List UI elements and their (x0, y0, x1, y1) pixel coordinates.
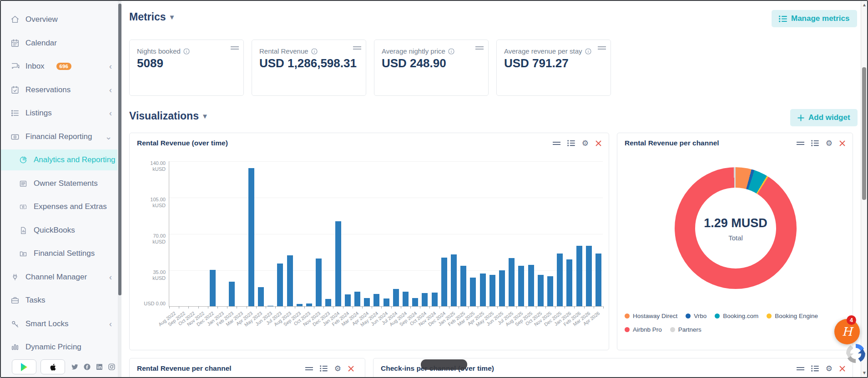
info-icon[interactable] (585, 48, 591, 55)
bar-Dec-2023[interactable] (325, 299, 331, 306)
scroll-up-arrow[interactable]: ▲ (862, 3, 867, 7)
sidebar-item-quickbooks[interactable]: QuickBooks (1, 220, 117, 241)
bar-Feb-2024[interactable] (345, 294, 351, 306)
bar-Jul-2025[interactable] (509, 258, 515, 306)
sidebar-item-listings[interactable]: Listings‹ (1, 103, 117, 124)
bar-Oct-2023[interactable] (306, 303, 312, 306)
bar-Jun-2025[interactable] (499, 270, 505, 306)
bar-Oct-2025[interactable] (538, 275, 544, 306)
sidebar-item-analytics-and-reporting[interactable]: Analytics and Reporting (1, 149, 117, 170)
bar-Dec-2022[interactable] (210, 270, 216, 306)
bar-Dec-2024[interactable] (441, 258, 447, 306)
bar-Nov-2023[interactable] (316, 259, 322, 306)
legend-item-vrbo[interactable]: Vrbo (686, 313, 707, 319)
sidebar-item-channel-manager[interactable]: Channel Manager‹ (1, 267, 117, 288)
bar-Jul-2023[interactable] (277, 264, 283, 306)
bar-Jan-2026[interactable] (566, 259, 572, 306)
drag-handle-icon[interactable] (553, 141, 560, 145)
manage-metrics-button[interactable]: Manage metrics (772, 10, 857, 27)
bar-May-2023[interactable] (258, 287, 264, 306)
bar-Jun-2024[interactable] (384, 298, 389, 306)
bar-Sep-2023[interactable] (297, 304, 303, 306)
sidebar-scrollbar[interactable] (118, 1, 121, 377)
sidebar-item-inbox[interactable]: Inbox696‹ (1, 56, 117, 77)
bar-Feb-2025[interactable] (460, 266, 466, 306)
bar-May-2024[interactable] (373, 294, 379, 306)
add-widget-button[interactable]: Add widget (790, 109, 858, 126)
bar-Aug-2024[interactable] (403, 292, 409, 306)
instagram-icon[interactable] (108, 363, 116, 371)
legend-item-booking-engine[interactable]: Booking Engine (767, 313, 818, 319)
bar-Mar-2026[interactable] (586, 246, 592, 306)
bar-Sep-2025[interactable] (528, 265, 534, 306)
bar-Aug-2023[interactable] (287, 255, 293, 306)
scroll-down-arrow[interactable]: ▼ (862, 371, 867, 375)
settings-gear-icon[interactable]: ⚙ (826, 139, 833, 147)
bar-Jul-2024[interactable] (393, 289, 399, 306)
legend-item-partners[interactable]: Partners (670, 326, 701, 333)
twitter-icon[interactable] (71, 363, 79, 371)
bar-May-2025[interactable] (490, 275, 495, 306)
legend-item-hostaway-direct[interactable]: Hostaway Direct (625, 313, 677, 319)
bar-Nov-2024[interactable] (432, 293, 438, 306)
close-icon[interactable] (595, 140, 601, 146)
sidebar-item-calendar[interactable]: Calendar (1, 33, 117, 54)
bar-Feb-2026[interactable] (576, 246, 582, 306)
bar-Jun-2023[interactable] (267, 306, 273, 306)
chevron-left-icon[interactable]: ‹ (109, 320, 112, 328)
sidebar-item-financial-reporting[interactable]: Financial Reporting⌄ (1, 126, 117, 147)
bar-Apr-2025[interactable] (480, 274, 486, 306)
chevron-left-icon[interactable]: ‹ (109, 273, 112, 281)
chevron-left-icon[interactable]: ‹ (109, 109, 112, 117)
bar-Mar-2024[interactable] (354, 292, 360, 306)
bar-Jan-2025[interactable] (451, 254, 457, 306)
sidebar-scrollbar-thumb[interactable] (118, 4, 121, 295)
sidebar-item-expenses-and-extras[interactable]: Expenses and Extras (1, 196, 117, 217)
legend-list-icon[interactable] (811, 365, 819, 372)
close-icon[interactable] (348, 366, 354, 372)
settings-gear-icon[interactable]: ⚙ (582, 139, 589, 147)
bar-Feb-2023[interactable] (229, 282, 235, 306)
sidebar-item-smart-locks[interactable]: Smart Locks‹ (1, 313, 117, 334)
bar-Apr-2024[interactable] (364, 298, 370, 306)
chevron-left-icon[interactable]: ‹ (109, 86, 112, 94)
bar-Apr-2023[interactable] (248, 168, 254, 306)
chevron-left-icon[interactable]: ‹ (109, 62, 112, 70)
bar-Oct-2024[interactable] (422, 293, 428, 306)
bar-Aug-2025[interactable] (518, 266, 524, 306)
main-scrollbar[interactable]: ▲ ▼ (861, 1, 867, 377)
sidebar-item-overview[interactable]: Overview (1, 9, 117, 30)
chevron-down-icon[interactable]: ⌄ (105, 133, 112, 141)
drag-handle-icon[interactable] (353, 44, 361, 52)
legend-item-booking-com[interactable]: Booking.com (715, 313, 758, 319)
chevron-down-icon[interactable]: ▼ (202, 112, 208, 120)
info-icon[interactable] (311, 48, 318, 55)
drag-handle-icon[interactable] (305, 367, 313, 371)
bar-Sep-2024[interactable] (412, 298, 418, 306)
facebook-icon[interactable] (83, 363, 91, 371)
bar-Mar-2025[interactable] (470, 278, 476, 306)
legend-list-icon[interactable] (320, 365, 328, 372)
drag-handle-icon[interactable] (797, 141, 804, 145)
settings-gear-icon[interactable]: ⚙ (826, 365, 833, 373)
legend-list-icon[interactable] (811, 140, 819, 146)
drag-handle-icon[interactable] (231, 44, 239, 52)
google-play-badge[interactable] (12, 359, 36, 374)
legend-item-airbnb-pro[interactable]: Airbnb Pro (625, 326, 662, 333)
info-icon[interactable] (183, 48, 190, 55)
sidebar-item-reservations[interactable]: Reservations‹ (1, 80, 117, 100)
sidebar-item-tasks[interactable]: Tasks (1, 290, 117, 311)
bar-Nov-2025[interactable] (547, 276, 553, 306)
main-scrollbar-thumb[interactable] (862, 67, 866, 200)
chat-launcher-button[interactable]: H 4 (834, 319, 860, 344)
chevron-down-icon[interactable]: ▼ (169, 13, 176, 21)
bar-Jan-2024[interactable] (335, 221, 341, 306)
bar-Apr-2026[interactable] (595, 254, 601, 306)
drag-handle-icon[interactable] (598, 44, 606, 52)
linkedin-icon[interactable] (96, 363, 103, 371)
drag-handle-icon[interactable] (797, 367, 804, 371)
app-store-badge[interactable] (40, 359, 65, 374)
bar-Dec-2025[interactable] (557, 254, 563, 306)
drag-handle-icon[interactable] (475, 44, 484, 52)
close-icon[interactable] (839, 366, 845, 372)
